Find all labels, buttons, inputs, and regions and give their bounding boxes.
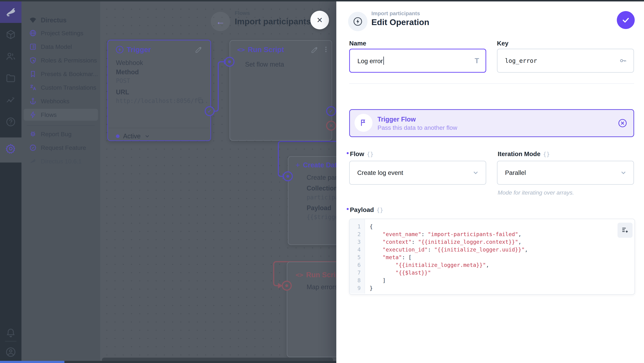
create-data-panel[interactable]: + Create Data Create participan Collecti… (288, 156, 336, 245)
kebab-menu-icon[interactable] (322, 45, 330, 54)
code-line[interactable]: ] (370, 277, 386, 283)
maperrors-input-connector[interactable] (282, 281, 292, 291)
iteration-mode-select[interactable]: Parallel (497, 161, 634, 185)
sidebar-item-project-settings[interactable]: Project Settings (24, 27, 98, 39)
flow-canvas[interactable]: ← Flows Import participants Trigger Webh… (100, 2, 336, 361)
line-number: 1 (350, 223, 361, 230)
url-value: http://localhost:8056/f... (116, 97, 208, 104)
trigger-resolve-connector[interactable]: ✓ (205, 106, 215, 116)
raw-value-icon[interactable]: {} (376, 207, 383, 213)
map-errors-panel[interactable]: <> Run Script Map errors (287, 262, 336, 357)
cube-icon[interactable] (0, 26, 22, 44)
check-icon (622, 16, 630, 24)
translate-icon (29, 84, 37, 92)
save-button[interactable] (617, 11, 635, 29)
line-number: 6 (350, 262, 361, 268)
trigger-flow-card[interactable] (349, 109, 634, 137)
text-caret (383, 57, 384, 65)
gear-icon[interactable] (0, 140, 22, 158)
directus-logo[interactable] (0, 2, 22, 23)
help-icon[interactable] (0, 113, 22, 131)
sidebar-item-flows[interactable]: Flows (24, 109, 98, 121)
key-icon (619, 57, 627, 65)
flow-select[interactable]: Create log event (349, 161, 486, 185)
sidebar-item-presets-bookmarks[interactable]: Presets & Bookmar... (24, 68, 98, 80)
close-icon: ✕ (316, 16, 323, 25)
anchor-icon (29, 97, 37, 105)
project-header[interactable]: Directus (24, 14, 95, 26)
runscript-input-connector[interactable] (224, 57, 234, 67)
bottom-accent-strip (0, 361, 64, 363)
operation-label: Create participan (306, 174, 336, 181)
drawer-breadcrumb[interactable]: Import participants (371, 10, 420, 17)
flag-icon (354, 114, 372, 132)
edit-operation-icon[interactable] (311, 46, 318, 54)
code-line[interactable]: "{{$last}}" (370, 270, 431, 276)
raw-value-icon[interactable]: {} (543, 151, 550, 158)
map-errors-title: Run Script (306, 271, 336, 279)
bolt-icon (29, 111, 37, 119)
name-input[interactable]: Log error T (349, 49, 486, 73)
copy-icon[interactable] (197, 97, 204, 104)
iteration-note: Mode for iterating over arrays. (498, 189, 574, 196)
trigger-panel[interactable]: Trigger Webhook Method POST URL http://l… (107, 40, 211, 141)
code-line[interactable]: "context": "{{initialize_logger.context}… (370, 239, 522, 245)
project-name: Directus (41, 17, 66, 24)
folder-icon[interactable] (0, 69, 22, 87)
activity-icon[interactable] (0, 91, 22, 109)
editor-template-icon[interactable] (618, 223, 632, 238)
bookmark-icon (29, 70, 37, 78)
sidebar-item-data-model[interactable]: Data Model (24, 41, 98, 53)
line-number: 5 (350, 254, 361, 260)
people-icon[interactable] (0, 48, 22, 65)
code-line[interactable]: "{{initialize_logger.meta}}", (370, 262, 489, 268)
code-line[interactable]: "meta": [ (370, 254, 412, 260)
module-divider (5, 341, 16, 341)
sidebar-item-report-bug[interactable]: Report Bug (24, 128, 98, 140)
create-data-title: Create Data (303, 161, 336, 169)
key-label: Key (497, 40, 508, 47)
edit-trigger-icon[interactable] (195, 46, 202, 53)
user-icon[interactable] (0, 343, 22, 361)
bolt-circle-icon (116, 46, 124, 54)
key-input[interactable]: log_error (497, 49, 634, 73)
run-script-panel[interactable]: <> Run Script Set flow meta (230, 40, 332, 141)
close-drawer-button[interactable]: ✕ (310, 11, 329, 29)
name-label: Name (349, 40, 366, 47)
bell-icon[interactable] (0, 324, 22, 341)
collection-label: Collection (306, 185, 336, 192)
remove-operation-icon[interactable] (618, 118, 628, 128)
sidebar-item-request-feature[interactable]: Request Feature (24, 142, 98, 154)
payload-label: Payload{} (350, 206, 383, 213)
flow-label: Flow{} (350, 150, 374, 158)
createdata-input-connector[interactable] (283, 171, 293, 181)
panel-divider (109, 128, 209, 128)
code-line[interactable]: "execution_id": "{{initialize_logger.uui… (370, 246, 528, 253)
back-button[interactable]: ← (211, 12, 230, 31)
breadcrumb[interactable]: Flows (235, 10, 250, 16)
title-format-icon[interactable]: T (475, 57, 479, 65)
code-line[interactable]: "event_name": "import-participants-faile… (370, 231, 522, 237)
sidebar-item-custom-translations[interactable]: Custom Translations (24, 82, 98, 93)
sidebar-item-roles-permissions[interactable]: Roles & Permissions (24, 55, 98, 66)
payload-label: Payload (306, 204, 331, 212)
runscript-reject-connector[interactable]: ✕ (326, 121, 336, 131)
sidebar-item-webhooks[interactable]: Webhooks (24, 95, 98, 107)
raw-value-icon[interactable]: {} (367, 151, 374, 158)
trigger-status[interactable]: Active (116, 132, 150, 140)
page-title: Import participants (235, 17, 318, 26)
code-line[interactable]: } (370, 285, 373, 291)
iteration-mode-label: Iteration Mode{} (498, 150, 550, 158)
bug-icon (29, 130, 37, 138)
trigger-panel-title: Trigger (127, 46, 151, 54)
globe-icon (29, 29, 37, 37)
code-line[interactable]: { (370, 223, 373, 230)
trigger-type: Webhook (116, 59, 143, 67)
horizontal-scrollbar[interactable] (102, 358, 333, 361)
badge-check-icon (29, 144, 37, 152)
line-number: 4 (350, 246, 361, 253)
plus-icon: + (296, 161, 300, 170)
runscript-resolve-connector[interactable]: ✓ (326, 106, 336, 116)
operation-label: Map errors (306, 283, 336, 291)
collection-value: participants (306, 194, 336, 201)
